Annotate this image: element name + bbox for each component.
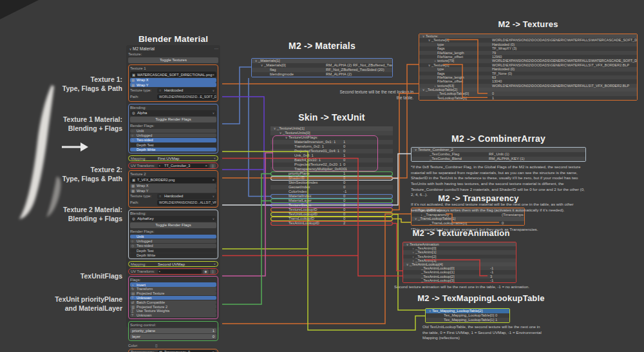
flag-icon: ∑ (131, 309, 137, 313)
texunit-flag[interactable]: ?Unknown (130, 313, 216, 317)
tree-row[interactable]: ∨_Materials[0]RM_ALPHA (2)RF_Not_ZBuffer… (252, 63, 392, 68)
render-flag[interactable]: Depth Write (130, 148, 216, 152)
sort-slider[interactable]: priority_plane1 (130, 328, 216, 333)
label-texture2-material: Texture 2 Material: Blending + Flags (37, 206, 122, 223)
tree-row[interactable]: MaterialInversion_0x1: 11 (270, 140, 393, 144)
tree-row[interactable]: TextureLookupID0 (270, 208, 393, 212)
tree-row[interactable]: ∨_Materials[1] (252, 59, 392, 63)
render-flag[interactable]: ◇Two-sided (130, 244, 216, 248)
tree-row[interactable]: ProjectedTexture02_0x20: 10 (270, 162, 393, 167)
tree-row[interactable]: MaterialIndex0 (270, 194, 393, 199)
tree-row[interactable]: ProjectedTexture01_0x4: 10 (270, 149, 393, 153)
slider-label: layer (132, 334, 140, 339)
texunit-flag[interactable]: ∑Use Texture Weights (130, 309, 216, 313)
tree-row[interactable]: TextureCount2 (270, 203, 393, 208)
texture2-image-field[interactable]: ▣ T_VFX_BORDER2.png × (130, 177, 216, 183)
texture-type-dropdown[interactable]: ○ Hardcoded ∨ (157, 193, 216, 199)
tree-row[interactable]: flagRF_Not_ZBuffered_TwoSided (20) (252, 68, 392, 72)
wrap-toggle[interactable]: ▦Wrap X (130, 78, 216, 83)
tree-row[interactable]: TransparencyMultiplier_0x40: 10 (270, 167, 393, 171)
tree-row[interactable]: TexAnimLookupID2 (270, 221, 393, 226)
tree-row[interactable]: GeosetIndex0 (270, 185, 393, 190)
tree-row[interactable]: ShaderID0 (270, 176, 393, 181)
uv-transform1-field[interactable]: ▪ TT_Controller_3 × (158, 164, 209, 168)
menu-dots-icon[interactable]: ⋯ (214, 46, 219, 52)
slider-value: 0 (213, 334, 214, 339)
uv-transform2-field[interactable]: ▪ (158, 269, 202, 274)
toggle-textures-button[interactable]: Toggle Textures (128, 57, 218, 63)
tree-row[interactable]: blendingmodeRM_ALPHA (2) (252, 72, 392, 77)
texture2-path-field[interactable]: WORLD\EXPANSION02\D...ALLS\T_VFX_BORDER2… (157, 200, 216, 206)
tree-row[interactable]: ∨_TextureUnits[0] (270, 131, 393, 135)
tree-row[interactable]: _TexAnimLookup[3]-1 (403, 279, 516, 282)
tree-row[interactable]: MaterialLayer0 (270, 199, 393, 203)
render-flag[interactable]: ◌Unlit (130, 235, 216, 239)
expander-icon[interactable]: ∨ (413, 148, 418, 152)
expander-icon[interactable]: ∨ (428, 309, 432, 313)
tree-row[interactable]: priorityPlane1 (270, 171, 393, 176)
tree-row[interactable]: ∨Texture_Combiner_2 (412, 148, 585, 152)
expander-icon[interactable]: ∨ (260, 63, 264, 68)
render-flag[interactable]: ○Unfogged (130, 239, 216, 244)
tree-row[interactable]: TexUnitLookupID0 (270, 212, 393, 217)
tree-row[interactable]: ∨_TextureUnits[1] (270, 126, 393, 131)
texture1-image-field[interactable]: ▣ WATERCASCADE_SOFT_DIRECTIONAL.png × (130, 72, 216, 77)
blending2-dropdown[interactable]: ◍ AlphaKey ∨ (130, 216, 216, 222)
tree-row[interactable]: Tex_Mapping_LookupTable[0]0 (426, 313, 509, 318)
tree-row[interactable]: ColorIndex-1 (270, 190, 393, 194)
render-flag[interactable]: Depth Test (130, 142, 216, 147)
render-flag[interactable]: ○Unfogged (130, 133, 216, 138)
expander-icon[interactable]: ∨ (278, 131, 283, 135)
render-flag[interactable]: ◇Two-sided (130, 138, 216, 142)
render-flag[interactable]: ◌Unlit (130, 129, 216, 133)
mapping1-row[interactable]: Mapping: First UVMap ∨ (128, 155, 218, 162)
texunit-flag[interactable]: ⇄Batch Compatible (130, 300, 216, 304)
tree-row[interactable]: Unk_0x8: 11 (270, 153, 393, 158)
new-icon[interactable]: ▯ (210, 269, 216, 274)
blending-label: Blending: (130, 211, 216, 216)
expander-icon[interactable]: ∨ (284, 135, 289, 140)
tree-row[interactable]: Transform_0x2: 10 (270, 144, 393, 149)
tree-row[interactable]: Tex_Mapping_LookupTable[1]1 (426, 318, 509, 322)
wrap-toggle[interactable]: ▦Wrap Y (130, 83, 216, 87)
texunit-flag[interactable]: ▥Projected Texture 2 (130, 304, 216, 308)
panel-header[interactable]: ∨ M2 Material ⋯ (128, 46, 218, 52)
texunit-flag[interactable]: ▤Projected Texture (130, 291, 216, 295)
texunit-flag[interactable]: ↻Transform (130, 287, 216, 291)
mapping2-row[interactable]: Mapping: Second UVMap ∨ (128, 261, 218, 268)
tree-row[interactable]: TexLookupTable[1]1 (419, 96, 637, 100)
tree-row[interactable]: Batch4_0x10: 10 (270, 158, 393, 162)
expander-icon[interactable]: ∨ (128, 47, 133, 51)
texture1-path-field[interactable]: WORLD\EXPANSION02\D...E_SOFT_DIRECTIONAL… (157, 94, 216, 100)
new-icon[interactable]: ▯ (210, 164, 216, 168)
render-flag[interactable]: Depth Test (130, 248, 216, 253)
clear-icon[interactable]: × (205, 164, 207, 168)
wrap-toggle[interactable]: ▦Wrap Y (130, 188, 216, 193)
eyedropper-icon[interactable]: ◆ (203, 269, 209, 274)
expander-icon[interactable]: ∨ (272, 126, 277, 131)
new-color-icon[interactable]: ▯ (155, 343, 160, 348)
tree-row[interactable]: _TexCombo_BlendRM_ALPHA_KEY (1) (412, 157, 585, 161)
clear-icon[interactable]: × (212, 178, 214, 182)
texture-type-dropdown[interactable]: ○ Hardcoded ∨ (157, 88, 216, 93)
blending1-dropdown[interactable]: ◍ Alpha ∨ (130, 110, 216, 116)
tree-row[interactable]: _TexCombo_FlagRF_Unlit (1) (412, 152, 585, 157)
toggle-render-flags-button[interactable]: Toggle Render Flags (130, 117, 216, 122)
transparency-field[interactable]: ▩ Transparency_0 × (158, 350, 216, 352)
render-flag[interactable]: Depth Write (130, 253, 216, 258)
flag-icon: ▦ (131, 83, 137, 87)
clear-icon[interactable]: × (212, 73, 214, 77)
tree-row[interactable]: TransLookupID0 (270, 217, 393, 221)
tree-row[interactable]: _TransLookupTable[0]0 (412, 221, 524, 226)
tree-row-label: TextureCount (289, 203, 311, 208)
texunit-flag[interactable]: ◑Invert (130, 282, 216, 286)
tree-row[interactable]: SkinSectionIndex0 (270, 181, 393, 185)
tree-row[interactable]: ∨Tex_Mapping_LookupTable[2] (426, 309, 509, 313)
toggle-render-flags-button[interactable]: Toggle Render Flags (130, 222, 216, 228)
tree-row[interactable]: ∨TextureUnitFlags: (270, 135, 393, 140)
tree-row-value: 1 (343, 171, 345, 176)
expander-icon[interactable]: ∨ (254, 59, 258, 63)
texunit-flag[interactable]: ?Unknown (130, 296, 216, 300)
wrap-toggle[interactable]: ▦Wrap X (130, 184, 216, 188)
sort-slider[interactable]: layer0 (130, 334, 216, 339)
